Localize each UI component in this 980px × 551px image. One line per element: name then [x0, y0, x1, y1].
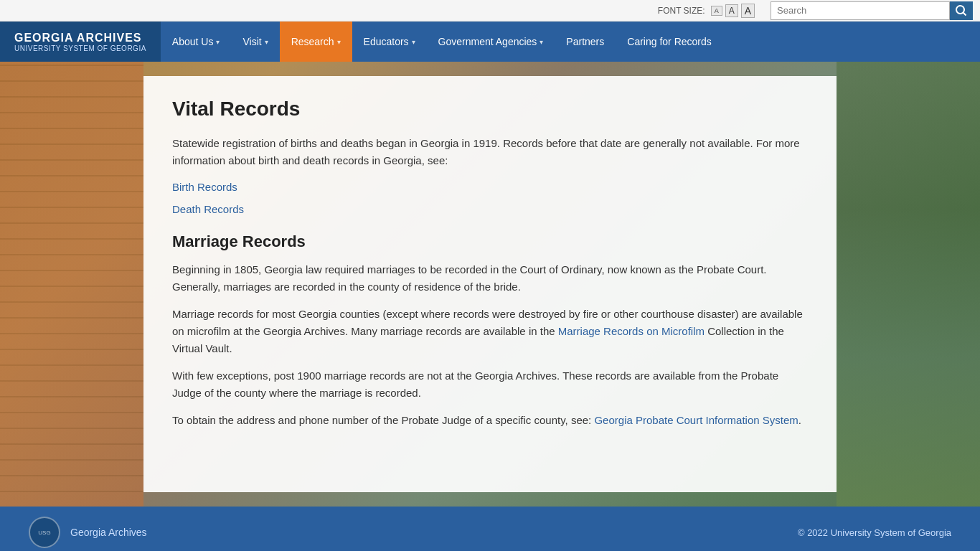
- footer-logo-text: USG: [38, 529, 50, 536]
- marriage-paragraph1: Beginning in 1805, Georgia law required …: [172, 261, 808, 296]
- search-input[interactable]: [771, 1, 950, 20]
- nav-item-research: Research ▾: [280, 22, 352, 62]
- font-small-button[interactable]: A: [711, 6, 722, 16]
- search-icon: [956, 5, 967, 17]
- nav-label-about: About Us: [172, 36, 214, 47]
- nav-label-research: Research: [291, 36, 334, 47]
- footer-logo: USG: [29, 517, 60, 548]
- marriage-paragraph3: With few exceptions, post 1900 marriage …: [172, 367, 808, 402]
- section2-title: Marriage Records: [172, 232, 808, 251]
- logo-subtitle: UNIVERSITY SYSTEM OF GEORGIA: [14, 44, 146, 52]
- nav-link-government[interactable]: Government Agencies ▾: [427, 22, 555, 62]
- hero-bg-left: [0, 62, 143, 507]
- nav-label-caring: Caring for Records: [627, 36, 712, 47]
- nav-label-educators: Educators: [364, 36, 409, 47]
- footer-copyright: © 2022 University System of Georgia: [798, 527, 951, 538]
- nav-item-government: Government Agencies ▾: [427, 22, 555, 62]
- chevron-down-icon: ▾: [216, 38, 220, 46]
- nav-item-partners: Partners: [555, 22, 616, 62]
- nav-item-visit: Visit ▾: [231, 22, 279, 62]
- nav-link-visit[interactable]: Visit ▾: [231, 22, 279, 62]
- nav-label-visit: Visit: [242, 36, 261, 47]
- nav-label-government: Government Agencies: [438, 36, 537, 47]
- content-card: Vital Records Statewide registration of …: [143, 76, 837, 492]
- intro-paragraph: Statewide registration of births and dea…: [172, 135, 808, 169]
- nav-link-partners[interactable]: Partners: [555, 22, 616, 62]
- chevron-down-icon: ▾: [540, 38, 543, 46]
- chevron-down-icon: ▾: [337, 38, 341, 46]
- font-large-button[interactable]: A: [741, 4, 755, 18]
- footer-org-name[interactable]: Georgia Archives: [70, 527, 147, 538]
- nav-item-caring: Caring for Records: [616, 22, 723, 62]
- nav-label-partners: Partners: [566, 36, 604, 47]
- marriage-paragraph2: Marriage records for most Georgia counti…: [172, 306, 808, 357]
- marriage-paragraph4: To obtain the address and phone number o…: [172, 412, 808, 429]
- chevron-down-icon: ▾: [265, 38, 268, 46]
- nav-link-educators[interactable]: Educators ▾: [352, 22, 427, 62]
- top-bar: FONT SIZE: A A A: [0, 0, 980, 22]
- site-logo: GEORGIA ARCHIVES UNIVERSITY SYSTEM OF GE…: [0, 22, 161, 62]
- paragraph4-before: To obtain the address and phone number o…: [172, 414, 594, 426]
- footer: USG Georgia Archives © 2022 University S…: [0, 507, 980, 551]
- nav-link-about[interactable]: About Us ▾: [161, 22, 232, 62]
- search-button[interactable]: [950, 1, 973, 20]
- font-size-label: FONT SIZE:: [658, 6, 705, 16]
- marriage-records-microfilm-link[interactable]: Marriage Records on Microfilm: [558, 325, 705, 337]
- hero-bg-right: [837, 62, 980, 507]
- nav-items: About Us ▾ Visit ▾ Research ▾ Educators …: [161, 22, 723, 62]
- nav-link-caring[interactable]: Caring for Records: [616, 22, 723, 62]
- nav-link-research[interactable]: Research ▾: [280, 22, 352, 62]
- search-bar: [771, 1, 973, 20]
- page-title: Vital Records: [172, 98, 808, 121]
- paragraph4-after: .: [798, 414, 801, 426]
- nav-item-about: About Us ▾: [161, 22, 232, 62]
- nav-item-educators: Educators ▾: [352, 22, 427, 62]
- logo-title: GEORGIA ARCHIVES: [14, 32, 146, 44]
- footer-left: USG Georgia Archives: [29, 517, 147, 548]
- font-medium-button[interactable]: A: [725, 4, 738, 17]
- georgia-probate-court-link[interactable]: Georgia Probate Court Information System: [594, 414, 798, 426]
- nav-bar: GEORGIA ARCHIVES UNIVERSITY SYSTEM OF GE…: [0, 22, 980, 62]
- death-records-link[interactable]: Death Records: [172, 203, 808, 215]
- chevron-down-icon: ▾: [412, 38, 415, 46]
- birth-records-link[interactable]: Birth Records: [172, 181, 808, 193]
- page-wrapper: Vital Records Statewide registration of …: [0, 62, 980, 507]
